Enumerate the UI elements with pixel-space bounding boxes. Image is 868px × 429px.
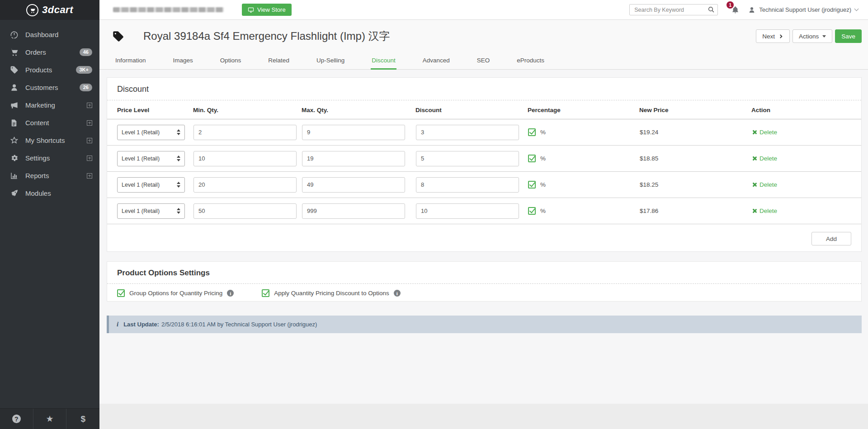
notifications-button[interactable]: 1 (731, 6, 739, 14)
search-icon[interactable] (708, 6, 715, 15)
delete-link[interactable]: Delete (752, 129, 777, 136)
select-arrows-icon (177, 156, 180, 161)
product-tabs: Information Images Options Related Up-Se… (114, 57, 571, 70)
save-button[interactable]: Save (835, 29, 862, 43)
percent-label: % (540, 155, 546, 162)
sidebar-item-label: Content (25, 119, 49, 127)
sidebar-item-marketing[interactable]: Marketing (0, 96, 99, 114)
max-qty-input[interactable] (302, 151, 405, 166)
help-button[interactable]: ? (0, 409, 33, 429)
discount-row: Level 1 (Retail) % $19.24 Delete (107, 119, 861, 146)
sidebar-item-settings[interactable]: Settings (0, 149, 99, 167)
billing-button[interactable]: $ (66, 409, 99, 429)
chevron-down-icon (854, 7, 859, 11)
user-label: Technical Support User (jrodriguez) (759, 6, 851, 13)
sidebar-item-modules[interactable]: Modules (0, 184, 99, 202)
sidebar-item-content[interactable]: Content (0, 114, 99, 132)
select-arrows-icon (177, 129, 180, 135)
group-options-setting: Group Options for Quantity Pricing i (117, 289, 234, 297)
min-qty-input[interactable] (193, 177, 297, 193)
group-options-label: Group Options for Quantity Pricing (129, 290, 222, 297)
expand-plus-icon[interactable] (87, 173, 92, 179)
sidebar-item-dashboard[interactable]: Dashboard (0, 26, 99, 43)
price-level-select[interactable]: Level 1 (Retail) (117, 203, 185, 219)
expand-plus-icon[interactable] (87, 103, 92, 108)
options-checkbox-row: Group Options for Quantity Pricing i App… (107, 284, 861, 297)
sidebar-item-reports[interactable]: Reports (0, 167, 99, 184)
delete-label: Delete (760, 129, 777, 136)
max-qty-input[interactable] (302, 177, 405, 193)
discount-row: Level 1 (Retail) % $18.25 Delete (107, 172, 861, 198)
column-header-min-qty: Min. Qty. (193, 100, 302, 119)
percentage-checkbox[interactable] (528, 128, 536, 136)
add-button[interactable]: Add (811, 232, 851, 245)
percentage-checkbox[interactable] (528, 181, 536, 189)
discount-input[interactable] (416, 125, 519, 140)
min-qty-input[interactable] (193, 203, 297, 219)
sidebar-item-label: Dashboard (25, 31, 58, 38)
search-input[interactable] (629, 4, 718, 15)
max-qty-input[interactable] (302, 125, 405, 140)
column-header-discount: Discount (415, 100, 528, 119)
min-qty-input[interactable] (193, 125, 297, 140)
sidebar-item-label: Modules (25, 189, 51, 197)
percentage-checkbox[interactable] (528, 207, 536, 215)
delete-link[interactable]: Delete (752, 207, 777, 214)
min-qty-input[interactable] (193, 151, 297, 166)
user-icon (748, 6, 755, 14)
new-price-value: $17.86 (640, 207, 658, 214)
price-level-value: Level 1 (Retail) (122, 156, 160, 162)
expand-plus-icon[interactable] (87, 156, 92, 161)
tab-advanced[interactable]: Advanced (422, 57, 451, 70)
user-menu[interactable]: Technical Support User (jrodriguez) (748, 6, 858, 14)
delete-link[interactable]: Delete (752, 181, 777, 188)
discount-input[interactable] (416, 151, 519, 166)
discount-heading: Discount (107, 78, 861, 100)
sidebar-item-customers[interactable]: Customers 26 (0, 79, 99, 96)
max-qty-input[interactable] (302, 203, 405, 219)
price-level-select[interactable]: Level 1 (Retail) (117, 125, 185, 140)
tab-seo[interactable]: SEO (476, 57, 491, 70)
view-store-button[interactable]: View Store (242, 4, 292, 16)
sidebar-item-products[interactable]: Products 3K+ (0, 61, 99, 79)
price-level-value: Level 1 (Retail) (122, 129, 160, 136)
price-level-select[interactable]: Level 1 (Retail) (117, 177, 185, 193)
group-options-checkbox[interactable] (117, 289, 125, 297)
discount-input[interactable] (416, 203, 519, 219)
sidebar-item-my-shortcuts[interactable]: My Shortcuts (0, 132, 99, 149)
tab-eproducts[interactable]: eProducts (516, 57, 545, 70)
next-button[interactable]: Next (756, 29, 790, 43)
percent-label: % (540, 207, 546, 214)
expand-plus-icon[interactable] (87, 138, 92, 143)
rocket-icon (9, 189, 19, 198)
tab-discount[interactable]: Discount (371, 57, 396, 70)
apply-discount-checkbox[interactable] (262, 289, 269, 297)
price-level-select[interactable]: Level 1 (Retail) (117, 151, 185, 166)
discount-input[interactable] (416, 177, 519, 193)
column-header-max-qty: Max. Qty. (302, 100, 415, 119)
percentage-checkbox[interactable] (528, 155, 536, 162)
sidebar-menu: Dashboard Orders 46 Products 3K+ Custome… (0, 20, 99, 202)
tab-images[interactable]: Images (172, 57, 194, 70)
new-price-value: $18.25 (640, 181, 658, 188)
info-icon[interactable]: i (227, 290, 234, 297)
actions-label: Actions (799, 33, 819, 40)
sidebar-item-orders[interactable]: Orders 46 (0, 43, 99, 61)
tab-options[interactable]: Options (219, 57, 242, 70)
column-header-price-level: Price Level (107, 100, 193, 119)
orders-count-badge: 46 (80, 48, 92, 56)
tab-information[interactable]: Information (114, 57, 147, 70)
apply-discount-label: Apply Quantity Pricing Discount to Optio… (274, 290, 389, 297)
brand-logo[interactable]: 3dcart (0, 0, 99, 20)
customers-count-badge: 26 (80, 84, 92, 91)
expand-plus-icon[interactable] (87, 120, 92, 126)
delete-link[interactable]: Delete (752, 155, 777, 162)
actions-button[interactable]: Actions (793, 29, 832, 43)
tab-related[interactable]: Related (267, 57, 290, 70)
star-icon: ★ (46, 414, 53, 424)
favorites-button[interactable]: ★ (33, 409, 67, 429)
add-row: Add (107, 224, 861, 245)
info-icon[interactable]: i (394, 290, 401, 297)
tab-up-selling[interactable]: Up-Selling (316, 57, 345, 70)
discount-row: Level 1 (Retail) % $18.85 Delete (107, 146, 861, 172)
